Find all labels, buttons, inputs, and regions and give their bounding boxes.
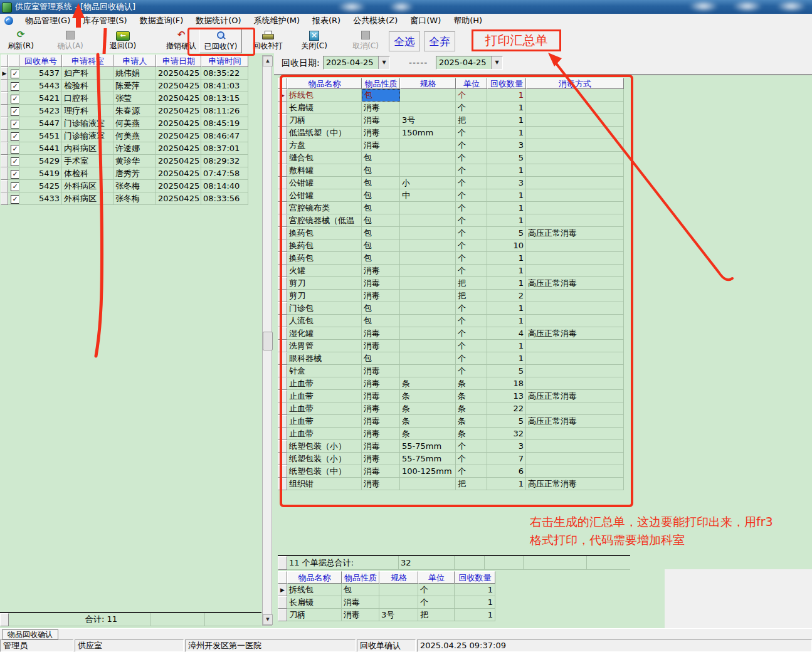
cell-item-nature[interactable]: 消毒 — [362, 440, 400, 453]
cell-item-nature[interactable]: 包 — [362, 315, 400, 327]
checkbox-cell[interactable]: ✓ — [8, 167, 19, 180]
receipt-row[interactable]: ✓5441内科病区许逶娜2025042508:37:01 — [1, 142, 248, 155]
cell-item-spec[interactable] — [400, 478, 456, 490]
cell-time[interactable]: 08:14:40 — [201, 180, 248, 192]
cell-date[interactable]: 20250425 — [156, 105, 201, 117]
cell-item-spec[interactable] — [400, 164, 456, 177]
cell-disinfect-method[interactable] — [526, 453, 624, 465]
cell-item-nature[interactable]: 消毒 — [362, 377, 400, 390]
cell-item-unit[interactable]: 个 — [456, 139, 487, 152]
cell-item-name[interactable]: 公钳罐 — [287, 189, 362, 202]
cell-time[interactable]: 08:35:22 — [201, 67, 248, 80]
cell-person[interactable]: 陈爱萍 — [113, 80, 156, 92]
cell-date[interactable]: 20250425 — [156, 180, 201, 192]
cell-item-name[interactable]: 门诊包 — [287, 302, 362, 315]
cell-item-qty[interactable]: 1 — [487, 340, 526, 352]
cell-item-name[interactable]: 纸塑包装（中） — [287, 465, 362, 478]
row-checkbox[interactable]: ✓ — [11, 157, 19, 166]
cell-item-unit[interactable]: 条 — [456, 377, 487, 390]
cell-item-nature[interactable]: 消毒 — [362, 415, 400, 428]
cell-time[interactable]: 07:47:58 — [201, 167, 248, 180]
cell-item-name[interactable]: 针盒 — [287, 365, 362, 377]
cell-item-unit[interactable]: 把 — [418, 609, 455, 621]
cell-item-unit[interactable]: 个 — [456, 440, 487, 453]
item-row[interactable]: 公钳罐包中个1 — [278, 189, 624, 202]
cell-item-unit[interactable]: 个 — [456, 340, 487, 352]
cell-item-spec[interactable] — [400, 327, 456, 340]
cell-item-spec[interactable]: 条 — [400, 390, 456, 402]
cell-item-unit[interactable]: 把 — [456, 277, 487, 290]
cell-item-spec[interactable]: 条 — [400, 377, 456, 390]
cell-item-nature[interactable]: 消毒 — [362, 402, 400, 415]
item-row[interactable]: 止血带消毒条条5高压正常消毒 — [278, 415, 624, 428]
cell-item-nature[interactable]: 消毒 — [362, 340, 400, 352]
row-checkbox[interactable]: ✓ — [11, 70, 19, 78]
cell-item-unit[interactable]: 个 — [418, 596, 455, 609]
cell-time[interactable]: 08:45:19 — [201, 117, 248, 130]
cell-item-unit[interactable]: 把 — [456, 478, 487, 490]
cell-item-unit[interactable]: 个 — [456, 265, 487, 277]
cell-dept[interactable]: 门诊输液室 — [62, 117, 113, 130]
date-to-combobox[interactable]: 2025-04-25 ▼ — [436, 56, 503, 70]
cell-item-qty[interactable]: 1 — [487, 114, 526, 127]
cell-item-qty[interactable]: 4 — [487, 327, 526, 340]
column-header[interactable]: 单位 — [418, 571, 455, 584]
cell-receipt-no[interactable]: 5421 — [19, 92, 62, 105]
cell-item-qty[interactable]: 1 — [455, 596, 495, 609]
cell-item-qty[interactable]: 3 — [487, 177, 526, 189]
cell-item-qty[interactable]: 6 — [487, 465, 526, 478]
cell-item-name[interactable]: 换药包 — [287, 252, 362, 265]
cell-person[interactable]: 张冬梅 — [113, 180, 156, 192]
cell-item-qty[interactable]: 32 — [487, 428, 526, 440]
cell-time[interactable]: 08:13:15 — [201, 92, 248, 105]
cell-item-qty[interactable]: 1 — [487, 189, 526, 202]
cell-item-unit[interactable]: 个 — [456, 252, 487, 265]
checkbox-cell[interactable]: ✓ — [8, 80, 19, 92]
cell-disinfect-method[interactable] — [526, 377, 624, 390]
cell-item-unit[interactable]: 个 — [418, 584, 455, 596]
item-row[interactable]: 宫腔镜器械（低温包个1 — [278, 214, 624, 227]
column-header[interactable]: 申请人 — [113, 55, 156, 67]
cell-item-spec[interactable] — [400, 365, 456, 377]
cell-item-spec[interactable] — [400, 152, 456, 164]
cell-receipt-no[interactable]: 5429 — [19, 155, 62, 167]
cell-item-nature[interactable]: 消毒 — [362, 290, 400, 302]
close-form-button[interactable]: × 关闭(C) — [293, 29, 335, 52]
cell-item-name[interactable]: 眼科器械 — [287, 352, 362, 365]
menu-item[interactable]: 数据统计(O) — [189, 14, 247, 28]
cell-disinfect-method[interactable] — [526, 302, 624, 315]
item-row[interactable]: 止血带消毒条条22 — [278, 402, 624, 415]
cell-item-name[interactable]: 刀柄 — [287, 114, 362, 127]
item-row[interactable]: 组织钳消毒把1高压正常消毒 — [278, 478, 624, 490]
cell-item-unit[interactable]: 个 — [456, 189, 487, 202]
row-checkbox[interactable]: ✓ — [11, 82, 19, 91]
cell-dept[interactable]: 外科病区 — [62, 180, 113, 192]
cell-item-name[interactable]: 方盘 — [287, 139, 362, 152]
cell-item-unit[interactable]: 个 — [456, 302, 487, 315]
cell-item-spec[interactable]: 100-125mm — [400, 465, 456, 478]
cell-item-unit[interactable]: 个 — [456, 227, 487, 239]
select-all-button[interactable]: 全选 — [389, 31, 420, 51]
item-row[interactable]: 洗胃管消毒个1 — [278, 340, 624, 352]
receipt-row[interactable]: ▶✓5437妇产科姚伟娟2025042508:35:22 — [1, 67, 248, 80]
column-header[interactable]: 回收数量 — [455, 571, 495, 584]
menu-item[interactable]: 报表(R) — [306, 14, 347, 28]
cell-person[interactable]: 许逶娜 — [113, 142, 156, 155]
vertical-scrollbar[interactable]: ▲ ▼ — [262, 55, 272, 626]
row-checkbox[interactable]: ✓ — [11, 132, 19, 141]
cell-item-unit[interactable]: 个 — [456, 239, 487, 252]
cell-disinfect-method[interactable] — [526, 440, 624, 453]
cell-person[interactable]: 黄珍华 — [113, 155, 156, 167]
receipt-row[interactable]: ✓5419体检科唐秀芳2025042507:47:58 — [1, 167, 248, 180]
cell-disinfect-method[interactable] — [526, 139, 624, 152]
cell-item-qty[interactable]: 3 — [487, 139, 526, 152]
cell-disinfect-method[interactable] — [526, 189, 624, 202]
cell-dept[interactable]: 检验科 — [62, 80, 113, 92]
cell-item-qty[interactable]: 10 — [487, 239, 526, 252]
row-checkbox[interactable]: ✓ — [11, 182, 19, 191]
cell-date[interactable]: 20250425 — [156, 117, 201, 130]
checkbox-cell[interactable]: ✓ — [8, 155, 19, 167]
cell-item-qty[interactable]: 1 — [455, 609, 495, 621]
cell-item-nature[interactable]: 包 — [362, 214, 400, 227]
cell-item-name[interactable]: 公钳罐 — [287, 177, 362, 189]
